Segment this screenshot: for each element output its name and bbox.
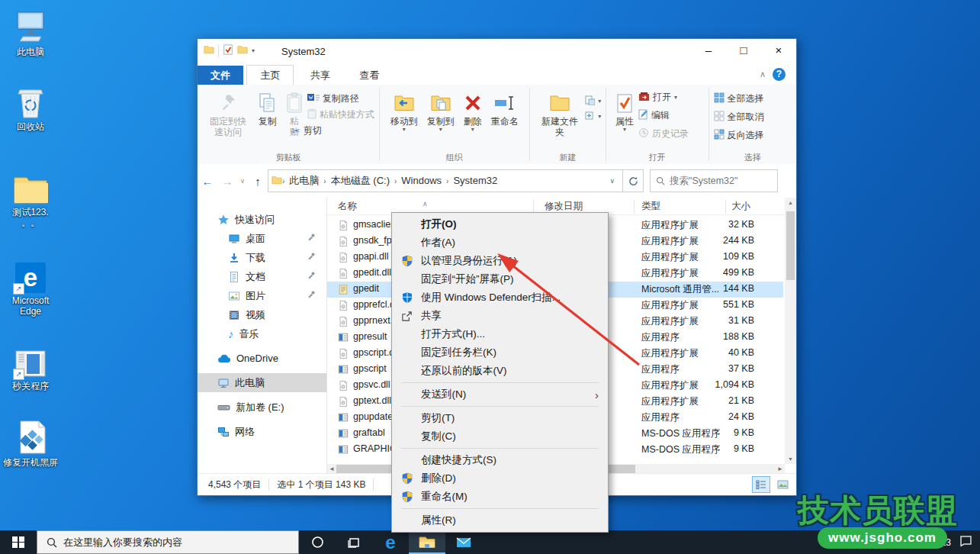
minimize-button[interactable]: – xyxy=(691,39,726,62)
context-menu-item-12[interactable]: 剪切(T) xyxy=(392,409,608,427)
address-bar[interactable]: ›此电脑›本地磁盘 (C:)›Windows›System32 ∨ xyxy=(268,169,623,192)
maximize-button[interactable]: □ xyxy=(726,39,761,62)
scrollbar-thumb[interactable] xyxy=(786,211,795,280)
up-button[interactable]: ↑ xyxy=(248,175,268,188)
tab-file[interactable]: 文件 xyxy=(198,66,243,85)
help-icon[interactable]: ? xyxy=(773,68,786,81)
context-menu-item-13[interactable]: 复制(C) xyxy=(392,427,608,446)
desktop-icon-fix-black-screen[interactable]: 修复开机黑屏 xyxy=(2,420,59,468)
context-menu-item-3[interactable]: 固定到“开始”屏幕(P) xyxy=(392,270,608,288)
back-button[interactable]: ← xyxy=(198,175,217,188)
sidebar-item--[interactable]: 此电脑 xyxy=(198,373,326,392)
context-menu-item-1[interactable]: 作者(A) xyxy=(392,234,608,252)
context-menu-item-17[interactable]: 重命名(M) xyxy=(392,488,608,506)
taskbar-mail-button[interactable] xyxy=(445,530,482,554)
desktop-icon-this-pc[interactable]: 此电脑 xyxy=(2,9,59,57)
taskbar-edge-button[interactable]: e xyxy=(372,530,409,554)
task-view-button[interactable] xyxy=(336,530,372,554)
context-menu-item-10[interactable]: 发送到(N)› xyxy=(392,385,608,404)
exe-file-icon xyxy=(338,364,349,377)
paste-shortcut-button[interactable]: 粘贴快捷方式 xyxy=(307,108,374,121)
edit-button[interactable]: 编辑 xyxy=(638,109,689,122)
paste-button[interactable]: 粘贴 xyxy=(281,88,307,140)
breadcrumb-segment[interactable]: Windows xyxy=(397,175,446,186)
sidebar-item--[interactable]: 网络 xyxy=(198,422,326,441)
breadcrumb-segment[interactable]: System32 xyxy=(448,175,502,186)
column-header-size[interactable]: 大小 xyxy=(731,200,750,213)
scroll-down-icon[interactable]: ▼ xyxy=(785,456,796,462)
context-menu-item-16[interactable]: 删除(D) xyxy=(392,469,608,488)
select-all-button[interactable]: 全部选择 xyxy=(714,92,792,105)
column-header-name[interactable]: 名称 xyxy=(338,200,357,213)
vertical-scrollbar[interactable]: ▲ ▼ xyxy=(785,198,796,464)
address-dropdown-chevron-icon[interactable]: ∨ xyxy=(605,177,619,185)
easy-access-button[interactable]: ▾ xyxy=(585,111,601,123)
sidebar-item--[interactable]: 桌面 xyxy=(198,229,326,248)
scroll-up-icon[interactable]: ▲ xyxy=(785,200,796,205)
details-view-button[interactable] xyxy=(752,476,770,493)
recent-locations-chevron-icon[interactable]: ∨ xyxy=(237,177,248,185)
refresh-button[interactable] xyxy=(623,169,644,192)
pin-to-quick-access-button[interactable]: 固定到快速访问 xyxy=(202,88,254,140)
context-menu-item-19[interactable]: 属性(R) xyxy=(392,511,608,530)
qat-new-folder-button[interactable] xyxy=(237,44,248,58)
copy-to-button[interactable]: 复制到 ▾ xyxy=(423,88,459,135)
new-item-button[interactable]: ▾ xyxy=(585,95,601,108)
select-none-button[interactable]: 全部取消 xyxy=(714,111,792,124)
taskbar-file-explorer-button[interactable] xyxy=(409,530,445,554)
forward-button[interactable]: → xyxy=(217,175,237,188)
thumbnail-view-button[interactable] xyxy=(773,476,792,493)
delete-button[interactable]: 删除 ▾ xyxy=(459,88,487,135)
menu-item-label: 固定到“开始”屏幕(P) xyxy=(421,272,514,286)
taskbar-search-box[interactable]: 在这里输入你要搜索的内容 xyxy=(37,530,299,554)
context-menu-item-6[interactable]: 打开方式(H)... xyxy=(392,325,608,343)
move-to-button[interactable]: 移动到 ▾ xyxy=(386,88,423,135)
search-box[interactable]: 搜索"System32" xyxy=(650,169,778,192)
qat-properties-button[interactable] xyxy=(223,44,233,58)
sidebar-item--[interactable]: 下载 xyxy=(198,248,326,267)
tab-share[interactable]: 共享 xyxy=(297,66,343,85)
desktop-icon-test-123-folder[interactable]: 测试123. 。。 xyxy=(2,169,59,228)
context-menu-item-7[interactable]: 固定到任务栏(K) xyxy=(392,343,608,362)
breadcrumb-segment[interactable]: 本地磁盘 (C:) xyxy=(326,175,394,186)
invert-selection-button[interactable]: 反向选择 xyxy=(714,129,792,142)
menu-item-label: 打开(O) xyxy=(421,217,457,231)
sidebar-item--[interactable]: ♪音乐 xyxy=(198,324,326,343)
tab-view[interactable]: 查看 xyxy=(346,66,392,85)
context-menu-item-0[interactable]: 打开(O) xyxy=(392,215,608,234)
column-header-type[interactable]: 类型 xyxy=(641,200,660,213)
column-header-date[interactable]: 修改日期 xyxy=(545,200,583,213)
breadcrumb-segment[interactable]: 此电脑 xyxy=(284,175,323,186)
title-bar[interactable]: ▾ System32 – □ × xyxy=(198,39,796,65)
sidebar-item--[interactable]: 文档 xyxy=(198,267,326,286)
context-menu-item-15[interactable]: 创建快捷方式(S) xyxy=(392,451,608,469)
tab-home[interactable]: 主页 xyxy=(246,65,294,85)
context-menu-item-2[interactable]: 以管理员身份运行(A) xyxy=(392,252,608,270)
context-menu-item-5[interactable]: 共享 xyxy=(392,307,608,325)
open-button[interactable]: 打开 ▾ xyxy=(638,91,689,104)
copy-path-button[interactable]: 复制路径 xyxy=(307,92,374,105)
new-folder-button[interactable]: 新建文件夹 xyxy=(535,88,585,140)
close-button[interactable]: × xyxy=(761,39,796,62)
context-menu-item-4[interactable]: 使用 Windows Defender扫描... xyxy=(392,288,608,307)
sidebar-item--[interactable]: 视频 xyxy=(198,305,326,324)
sidebar-item--[interactable]: 图片 xyxy=(198,286,326,305)
cortana-button[interactable] xyxy=(299,530,336,554)
qat-customize-chevron-icon[interactable]: ▾ xyxy=(252,48,255,54)
properties-button[interactable]: 属性 ▾ xyxy=(611,88,638,135)
desktop-icon-recycle-bin[interactable]: 回收站 xyxy=(2,84,59,132)
sidebar-item-onedrive[interactable]: OneDrive xyxy=(198,349,326,368)
sidebar-item--e-[interactable]: 新加卷 (E:) xyxy=(198,398,326,417)
desktop-icon-microsoft-edge[interactable]: e↗Microsoft Edge xyxy=(2,258,59,317)
menu-separator xyxy=(401,406,599,407)
rename-button[interactable]: 重命名 xyxy=(487,88,523,129)
copy-button[interactable]: 复制 xyxy=(254,88,281,129)
notification-center-icon[interactable] xyxy=(959,535,972,549)
start-button[interactable] xyxy=(0,530,37,554)
file-explorer-icon xyxy=(419,536,435,549)
context-menu-item-8[interactable]: 还原以前的版本(V) xyxy=(392,362,608,380)
history-button[interactable]: 历史记录 xyxy=(638,127,689,140)
collapse-ribbon-chevron-icon[interactable]: ∧ xyxy=(760,69,766,79)
desktop-icon-quick-close-app[interactable]: ↗秒关程序 xyxy=(2,343,59,391)
sidebar-item--[interactable]: 快速访问 xyxy=(198,210,326,229)
